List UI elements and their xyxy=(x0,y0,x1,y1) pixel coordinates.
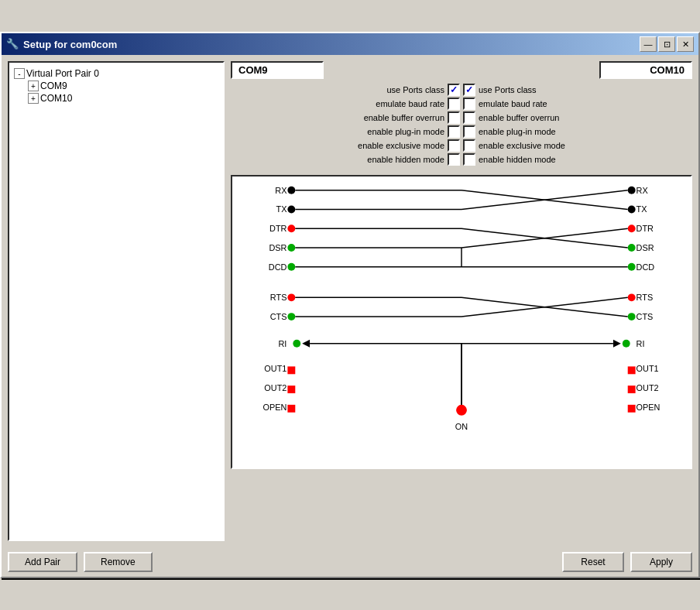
tree-com10-item[interactable]: + COM10 xyxy=(28,92,218,105)
dsr-dot-right xyxy=(628,244,636,252)
setting-label-exclusive-left: enable exclusive mode xyxy=(231,141,444,150)
dtr-label-right: DTR xyxy=(637,224,654,233)
checkbox-buffer-right[interactable] xyxy=(463,111,475,124)
tree-expand-com9[interactable]: + xyxy=(28,81,39,91)
checkbox-baud-left[interactable] xyxy=(448,98,460,110)
out2-dot-right xyxy=(628,386,636,393)
content-area: - Virtual Port Pair 0 + COM9 + COM10 COM… xyxy=(2,55,698,547)
checkbox-use-ports-left[interactable] xyxy=(448,84,460,96)
rx-dot-left xyxy=(287,187,295,194)
on-label: ON xyxy=(455,422,468,431)
dsr-label-left: DSR xyxy=(269,243,287,252)
tree-root-item[interactable]: - Virtual Port Pair 0 xyxy=(14,67,218,80)
dtr-dot-right xyxy=(628,224,636,232)
signal-diagram: RX TX DTR DSR DCD RTS CTS RI OUT1 OUT2 O… xyxy=(231,175,692,469)
signal-svg: RX TX DTR DSR DCD RTS CTS RI OUT1 OUT2 O… xyxy=(232,176,691,468)
setting-label-exclusive-right: enable exclusive mode xyxy=(479,141,692,150)
tree-com10-label: COM10 xyxy=(40,93,72,104)
dtr-label-left: DTR xyxy=(269,224,287,233)
checkbox-baud-left-box[interactable] xyxy=(448,98,460,110)
bottom-right-buttons: Reset Apply xyxy=(562,552,692,572)
tree-expand-com10[interactable]: + xyxy=(28,93,39,104)
tx-dot-left xyxy=(287,206,295,214)
out1-label-right: OUT1 xyxy=(637,364,659,373)
dcd-dot-right xyxy=(628,263,636,271)
open-label-left: OPEN xyxy=(263,403,287,412)
reset-button[interactable]: Reset xyxy=(562,552,624,572)
checkbox-baud-right-box[interactable] xyxy=(463,98,475,110)
apply-button[interactable]: Apply xyxy=(630,552,692,572)
checkbox-plugin-right-box[interactable] xyxy=(463,125,475,138)
checkbox-hidden-right-box[interactable] xyxy=(463,153,475,166)
dcd-label-left: DCD xyxy=(269,262,287,272)
setting-label-hidden-left: enable hidden mode xyxy=(231,155,444,164)
checkbox-buffer-right-box[interactable] xyxy=(463,111,475,124)
tree-root-label: Virtual Port Pair 0 xyxy=(26,68,99,79)
port-header: COM9 COM10 xyxy=(231,61,692,79)
rts-label-left: RTS xyxy=(270,293,287,302)
setting-label-plugin-left: enable plug-in mode xyxy=(231,127,444,136)
checkbox-hidden-left[interactable] xyxy=(448,153,460,166)
window-title: Setup for com0com xyxy=(23,39,117,50)
setting-label-buffer-right: enable buffer overrun xyxy=(479,113,692,122)
checkbox-plugin-left[interactable] xyxy=(448,125,460,138)
checkbox-exclusive-right-box[interactable] xyxy=(463,139,475,152)
checkbox-exclusive-right[interactable] xyxy=(463,139,475,152)
tree-expand-root[interactable]: - xyxy=(14,68,25,79)
tree-com9-label: COM9 xyxy=(40,81,67,91)
ri-label-right: RI xyxy=(637,339,645,348)
main-window: 🔧 Setup for com0com — ⊡ ✕ - Virtual Port… xyxy=(0,32,700,578)
rts-dot-right xyxy=(628,293,636,301)
out2-label-left: OUT2 xyxy=(264,383,287,392)
open-label-right: OPEN xyxy=(637,403,661,412)
restore-button[interactable]: ⊡ xyxy=(658,36,675,52)
checkbox-hidden-right[interactable] xyxy=(463,153,475,166)
open-dot-left xyxy=(287,405,295,413)
settings-grid: use Ports class use Ports class emulate … xyxy=(231,84,692,166)
checkbox-use-ports-left-box[interactable] xyxy=(448,84,460,96)
setting-label-buffer-left: enable buffer overrun xyxy=(231,113,444,122)
close-button[interactable]: ✕ xyxy=(677,36,694,52)
out1-dot-left xyxy=(287,366,295,374)
out2-dot-left xyxy=(287,386,295,393)
out1-dot-right xyxy=(628,366,636,374)
checkbox-buffer-left-box[interactable] xyxy=(448,111,460,124)
checkbox-exclusive-left[interactable] xyxy=(448,139,460,152)
minimize-button[interactable]: — xyxy=(640,36,657,52)
checkbox-buffer-left[interactable] xyxy=(448,111,460,124)
checkbox-use-ports-right[interactable] xyxy=(463,84,475,96)
tx-label-right: TX xyxy=(637,205,648,214)
tree-com9-item[interactable]: + COM9 xyxy=(28,80,218,92)
checkbox-exclusive-left-box[interactable] xyxy=(448,139,460,152)
ri-label-left: RI xyxy=(279,339,287,348)
checkbox-use-ports-right-box[interactable] xyxy=(463,84,475,96)
dcd-label-right: DCD xyxy=(637,262,655,272)
ri-arrow-left xyxy=(302,340,310,348)
port-right-name: COM10 xyxy=(599,61,692,79)
tree-panel: - Virtual Port Pair 0 + COM9 + COM10 xyxy=(8,61,225,541)
app-icon: 🔧 xyxy=(6,38,19,50)
add-pair-button[interactable]: Add Pair xyxy=(8,552,77,572)
dsr-label-right: DSR xyxy=(637,243,654,252)
checkbox-baud-right[interactable] xyxy=(463,98,475,110)
port-left-name: COM9 xyxy=(231,61,324,79)
ri-dot-right xyxy=(623,340,630,348)
out1-label-left: OUT1 xyxy=(264,364,287,373)
dsr-dot-left xyxy=(287,244,295,252)
setting-label-hidden-right: enable hidden mode xyxy=(479,155,692,164)
title-buttons: — ⊡ ✕ xyxy=(640,36,694,52)
checkbox-plugin-right[interactable] xyxy=(463,125,475,138)
setting-label-plugin-right: enable plug-in mode xyxy=(479,127,692,136)
rts-dot-left xyxy=(287,293,295,301)
rx-dot-right xyxy=(628,187,636,194)
cts-dot-right xyxy=(628,313,636,320)
tx-dot-right xyxy=(628,206,636,214)
checkbox-hidden-left-box[interactable] xyxy=(448,153,460,166)
open-dot-right xyxy=(628,405,636,413)
checkbox-plugin-left-box[interactable] xyxy=(448,125,460,138)
title-bar-left: 🔧 Setup for com0com xyxy=(6,38,117,50)
rx-label-left: RX xyxy=(275,186,287,195)
title-bar: 🔧 Setup for com0com — ⊡ ✕ xyxy=(2,33,698,55)
cts-label-right: CTS xyxy=(637,312,654,321)
remove-button[interactable]: Remove xyxy=(84,552,153,572)
